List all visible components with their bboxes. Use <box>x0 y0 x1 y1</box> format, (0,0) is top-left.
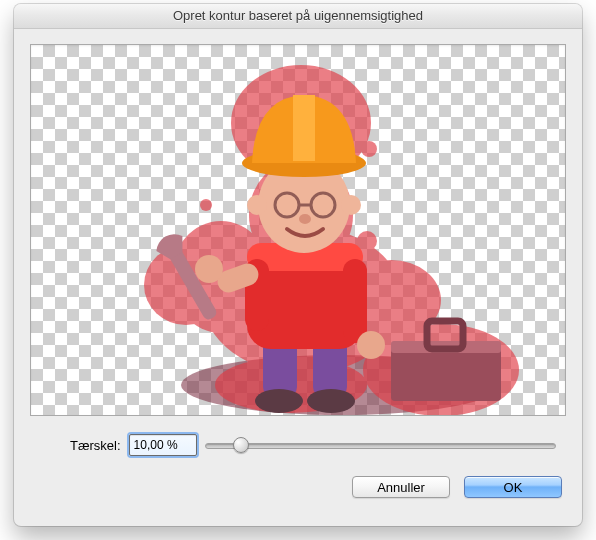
dialog-window: Opret kontur baseret på uigennemsigtighe… <box>14 4 582 526</box>
svg-point-25 <box>195 255 223 283</box>
button-row: Annuller OK <box>30 476 566 498</box>
svg-point-11 <box>361 141 377 157</box>
preview-image <box>31 45 565 415</box>
svg-point-30 <box>341 195 361 215</box>
dialog-content: Tærskel: Annuller OK <box>30 44 566 510</box>
threshold-label: Tærskel: <box>70 438 121 453</box>
dialog-title: Opret kontur baseret på uigennemsigtighe… <box>14 4 582 29</box>
slider-thumb[interactable] <box>233 437 249 453</box>
svg-point-18 <box>255 389 303 413</box>
svg-rect-13 <box>391 345 501 401</box>
right-arm-graphic <box>357 331 385 359</box>
svg-point-29 <box>247 195 267 215</box>
threshold-input[interactable] <box>129 434 197 456</box>
cancel-button[interactable]: Annuller <box>352 476 450 498</box>
svg-point-10 <box>357 231 377 251</box>
svg-point-12 <box>200 199 212 211</box>
threshold-slider[interactable] <box>205 435 556 455</box>
ok-button[interactable]: OK <box>464 476 562 498</box>
preview-canvas <box>30 44 566 416</box>
torso-graphic <box>245 243 367 349</box>
slider-track <box>205 443 556 449</box>
svg-point-34 <box>299 214 311 224</box>
threshold-row: Tærskel: <box>70 434 556 456</box>
svg-rect-23 <box>343 259 367 343</box>
svg-point-19 <box>307 389 355 413</box>
svg-point-26 <box>357 331 385 359</box>
